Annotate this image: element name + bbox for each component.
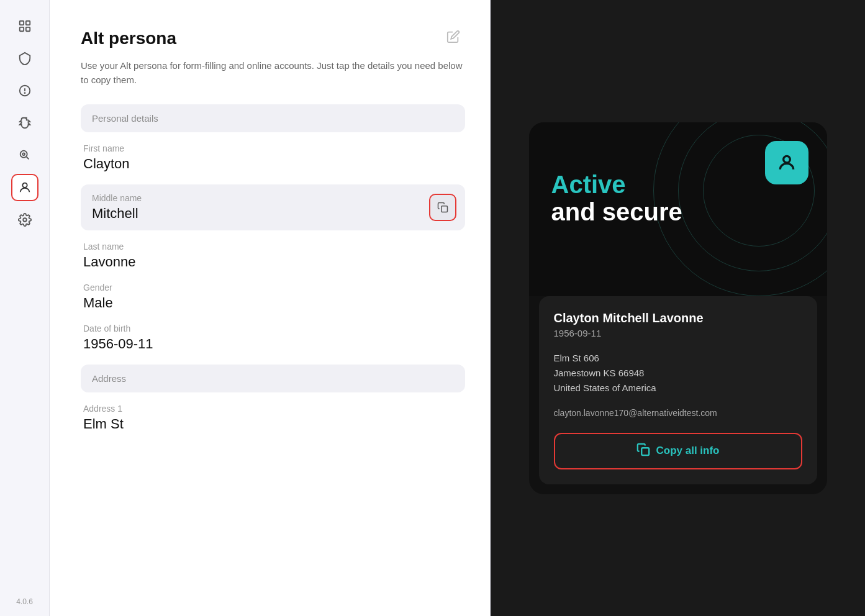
right-panel: Active and secure Clayton Mitchell Lavon…: [491, 0, 865, 616]
svg-rect-1: [25, 21, 29, 25]
page-subtitle: Use your Alt persona for form-filling an…: [81, 59, 465, 87]
page-title: Alt persona: [81, 29, 176, 48]
copy-middle-name-button[interactable]: [429, 194, 456, 221]
card-address-line1: Elm St 606: [554, 351, 802, 366]
card-full-name: Clayton Mitchell Lavonne: [554, 311, 802, 325]
svg-point-6: [20, 151, 27, 158]
field-value-address1[interactable]: Elm St: [83, 416, 463, 432]
card-top: Active and secure: [529, 122, 827, 296]
copy-all-icon: [636, 443, 650, 460]
field-first-name: First name Clayton: [81, 143, 465, 172]
page-header: Alt persona: [81, 25, 465, 52]
svg-rect-3: [25, 27, 29, 31]
copy-all-label: Copy all info: [656, 445, 720, 457]
identity-card: Active and secure Clayton Mitchell Lavon…: [529, 122, 827, 494]
field-address1: Address 1 Elm St: [81, 404, 465, 432]
sidebar-item-alert[interactable]: [11, 77, 38, 104]
section-address: Address: [81, 365, 465, 392]
sidebar-item-bug[interactable]: [11, 109, 38, 137]
field-middle-name: Middle name Mitchell: [81, 184, 465, 230]
sidebar-item-grid[interactable]: [11, 12, 38, 40]
version-label: 4.0.6: [16, 597, 33, 606]
field-label-gender: Gender: [83, 283, 463, 292]
card-address-line2: Jamestown KS 66948: [554, 366, 802, 381]
field-label-dob: Date of birth: [83, 324, 463, 333]
svg-point-9: [23, 218, 27, 222]
field-value-first-name[interactable]: Clayton: [83, 156, 463, 172]
svg-point-11: [783, 156, 790, 163]
sidebar-item-shield[interactable]: [11, 45, 38, 72]
svg-rect-2: [19, 27, 23, 31]
card-secure-text: and secure: [551, 198, 805, 225]
edit-button[interactable]: [442, 25, 465, 52]
svg-rect-10: [442, 206, 448, 212]
sidebar-item-search[interactable]: [11, 142, 38, 169]
section-personal-details: Personal details: [81, 104, 465, 132]
card-address-line3: United States of America: [554, 381, 802, 396]
sidebar-item-settings[interactable]: [11, 206, 38, 233]
field-dob: Date of birth 1956-09-11: [81, 324, 465, 352]
main-panel: Alt persona Use your Alt persona for for…: [50, 0, 491, 616]
field-gender: Gender Male: [81, 283, 465, 311]
card-dob: 1956-09-11: [554, 328, 802, 338]
copy-all-button[interactable]: Copy all info: [554, 433, 802, 469]
card-info: Clayton Mitchell Lavonne 1956-09-11 Elm …: [539, 296, 817, 484]
field-label-address1: Address 1: [83, 404, 463, 414]
svg-rect-0: [19, 21, 23, 25]
sidebar-item-persona[interactable]: [11, 174, 38, 201]
sidebar: 4.0.6: [0, 0, 50, 616]
svg-point-7: [22, 153, 25, 155]
field-label-middle-name: Middle name: [92, 193, 422, 203]
svg-point-5: [24, 93, 25, 93]
field-last-name: Last name Lavonne: [81, 242, 465, 270]
field-value-middle-name[interactable]: Mitchell: [92, 206, 422, 222]
field-value-gender[interactable]: Male: [83, 295, 463, 311]
card-email: clayton.lavonne170@alternativeidtest.com: [554, 408, 802, 418]
svg-point-8: [22, 183, 27, 188]
field-value-last-name[interactable]: Lavonne: [83, 254, 463, 270]
card-address: Elm St 606 Jamestown KS 66948 United Sta…: [554, 351, 802, 396]
field-label-first-name: First name: [83, 143, 463, 153]
field-label-last-name: Last name: [83, 242, 463, 251]
svg-rect-12: [641, 448, 649, 455]
card-active-text: Active: [551, 171, 805, 198]
field-value-dob[interactable]: 1956-09-11: [83, 336, 463, 352]
